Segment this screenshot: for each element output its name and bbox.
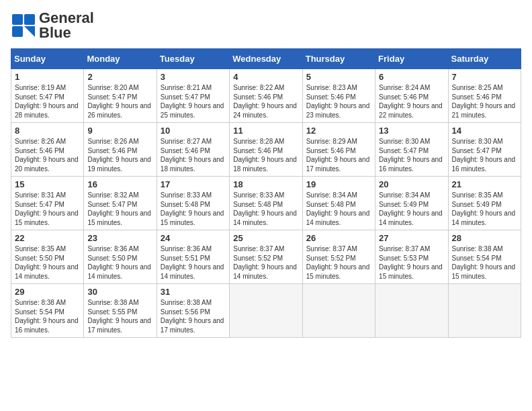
cell-info: Sunrise: 8:35 AMSunset: 5:49 PMDaylight:… [452,191,516,226]
calendar-cell: 16 Sunrise: 8:32 AMSunset: 5:47 PMDaylig… [84,177,157,230]
col-header-sunday: Sunday [11,49,84,69]
calendar-cell: 31 Sunrise: 8:38 AMSunset: 5:56 PMDaylig… [157,284,229,338]
cell-info: Sunrise: 8:33 AMSunset: 5:48 PMDaylight:… [161,191,224,226]
logo-blue: Blue [39,24,71,41]
cell-info: Sunrise: 8:26 AMSunset: 5:46 PMDaylight:… [15,138,79,173]
cell-info: Sunrise: 8:31 AMSunset: 5:47 PMDaylight:… [15,191,79,226]
calendar-cell [375,284,448,338]
header-row: SundayMondayTuesdayWednesdayThursdayFrid… [11,49,521,69]
calendar-cell: 1 Sunrise: 8:19 AMSunset: 5:47 PMDayligh… [11,69,84,123]
day-number: 30 [87,287,152,297]
calendar-cell: 8 Sunrise: 8:26 AMSunset: 5:46 PMDayligh… [11,123,84,177]
calendar-cell: 17 Sunrise: 8:33 AMSunset: 5:48 PMDaylig… [157,177,229,230]
calendar-cell: 23 Sunrise: 8:36 AMSunset: 5:50 PMDaylig… [84,230,157,284]
cell-info: Sunrise: 8:20 AMSunset: 5:47 PMDaylight:… [87,84,151,119]
day-number: 18 [233,179,298,189]
day-number: 11 [233,126,298,136]
week-row-3: 15 Sunrise: 8:31 AMSunset: 5:47 PMDaylig… [11,177,521,230]
calendar-cell: 25 Sunrise: 8:37 AMSunset: 5:52 PMDaylig… [230,230,302,284]
calendar-cell: 5 Sunrise: 8:23 AMSunset: 5:46 PMDayligh… [302,69,375,123]
day-number: 1 [15,72,80,82]
col-header-wednesday: Wednesday [230,49,302,69]
calendar-cell: 6 Sunrise: 8:24 AMSunset: 5:46 PMDayligh… [375,69,448,123]
cell-info: Sunrise: 8:36 AMSunset: 5:50 PMDaylight:… [87,245,151,280]
cell-info: Sunrise: 8:21 AMSunset: 5:47 PMDaylight:… [161,84,224,119]
cell-info: Sunrise: 8:23 AMSunset: 5:46 PMDaylight:… [306,84,370,119]
day-number: 10 [161,126,226,136]
calendar-cell: 10 Sunrise: 8:27 AMSunset: 5:46 PMDaylig… [157,123,229,177]
calendar-cell [448,284,521,338]
calendar-cell: 18 Sunrise: 8:33 AMSunset: 5:48 PMDaylig… [230,177,302,230]
calendar-cell: 15 Sunrise: 8:31 AMSunset: 5:47 PMDaylig… [11,177,84,230]
day-number: 23 [87,233,152,243]
calendar-cell: 26 Sunrise: 8:37 AMSunset: 5:52 PMDaylig… [302,230,375,284]
calendar-table: SundayMondayTuesdayWednesdayThursdayFrid… [11,48,521,338]
cell-info: Sunrise: 8:28 AMSunset: 5:46 PMDaylight:… [233,138,297,173]
cell-info: Sunrise: 8:34 AMSunset: 5:48 PMDaylight:… [306,191,370,226]
day-number: 5 [306,72,371,82]
cell-info: Sunrise: 8:26 AMSunset: 5:46 PMDaylight:… [87,138,151,173]
week-row-1: 1 Sunrise: 8:19 AMSunset: 5:47 PMDayligh… [11,69,521,123]
logo: General Blue [11,11,94,40]
day-number: 4 [233,72,298,82]
day-number: 6 [379,72,444,82]
day-number: 24 [161,233,226,243]
day-number: 15 [15,179,80,189]
cell-info: Sunrise: 8:30 AMSunset: 5:47 PMDaylight:… [452,138,516,173]
calendar-cell: 3 Sunrise: 8:21 AMSunset: 5:47 PMDayligh… [157,69,229,123]
cell-info: Sunrise: 8:37 AMSunset: 5:52 PMDaylight:… [306,245,370,280]
calendar-cell: 21 Sunrise: 8:35 AMSunset: 5:49 PMDaylig… [448,177,521,230]
week-row-4: 22 Sunrise: 8:35 AMSunset: 5:50 PMDaylig… [11,230,521,284]
calendar-cell: 11 Sunrise: 8:28 AMSunset: 5:46 PMDaylig… [230,123,302,177]
day-number: 17 [161,179,226,189]
day-number: 31 [161,287,226,297]
cell-info: Sunrise: 8:37 AMSunset: 5:52 PMDaylight:… [233,245,297,280]
svg-rect-2 [12,26,23,37]
week-row-2: 8 Sunrise: 8:26 AMSunset: 5:46 PMDayligh… [11,123,521,177]
calendar-cell: 4 Sunrise: 8:22 AMSunset: 5:46 PMDayligh… [230,69,302,123]
calendar-cell: 30 Sunrise: 8:38 AMSunset: 5:55 PMDaylig… [84,284,157,338]
svg-rect-0 [12,14,23,25]
day-number: 3 [161,72,226,82]
cell-info: Sunrise: 8:27 AMSunset: 5:46 PMDaylight:… [161,138,224,173]
day-number: 20 [379,179,444,189]
calendar-cell: 2 Sunrise: 8:20 AMSunset: 5:47 PMDayligh… [84,69,157,123]
calendar-cell: 19 Sunrise: 8:34 AMSunset: 5:48 PMDaylig… [302,177,375,230]
day-number: 19 [306,179,371,189]
cell-info: Sunrise: 8:24 AMSunset: 5:46 PMDaylight:… [379,84,443,119]
day-number: 22 [15,233,80,243]
day-number: 9 [87,126,152,136]
week-row-5: 29 Sunrise: 8:38 AMSunset: 5:54 PMDaylig… [11,284,521,338]
cell-info: Sunrise: 8:29 AMSunset: 5:46 PMDaylight:… [306,138,370,173]
cell-info: Sunrise: 8:36 AMSunset: 5:51 PMDaylight:… [161,245,224,280]
day-number: 26 [306,233,371,243]
cell-info: Sunrise: 8:34 AMSunset: 5:49 PMDaylight:… [379,191,443,226]
day-number: 28 [452,233,517,243]
calendar-cell: 27 Sunrise: 8:37 AMSunset: 5:53 PMDaylig… [375,230,448,284]
day-number: 29 [15,287,80,297]
cell-info: Sunrise: 8:38 AMSunset: 5:54 PMDaylight:… [452,245,516,280]
cell-info: Sunrise: 8:19 AMSunset: 5:47 PMDaylight:… [15,84,79,119]
calendar-cell: 22 Sunrise: 8:35 AMSunset: 5:50 PMDaylig… [11,230,84,284]
day-number: 8 [15,126,80,136]
cell-info: Sunrise: 8:38 AMSunset: 5:54 PMDaylight:… [15,299,79,334]
col-header-saturday: Saturday [448,49,521,69]
day-number: 25 [233,233,298,243]
day-number: 27 [379,233,444,243]
calendar-cell: 28 Sunrise: 8:38 AMSunset: 5:54 PMDaylig… [448,230,521,284]
day-number: 13 [379,126,444,136]
col-header-thursday: Thursday [302,49,375,69]
day-number: 14 [452,126,517,136]
calendar-cell [302,284,375,338]
col-header-friday: Friday [375,49,448,69]
cell-info: Sunrise: 8:25 AMSunset: 5:46 PMDaylight:… [452,84,516,119]
cell-info: Sunrise: 8:38 AMSunset: 5:55 PMDaylight:… [87,299,151,334]
page-header: General Blue [11,11,521,40]
day-number: 7 [452,72,517,82]
day-number: 12 [306,126,371,136]
svg-rect-1 [24,14,35,25]
col-header-tuesday: Tuesday [157,49,229,69]
col-header-monday: Monday [84,49,157,69]
cell-info: Sunrise: 8:30 AMSunset: 5:47 PMDaylight:… [379,138,443,173]
day-number: 16 [87,179,152,189]
